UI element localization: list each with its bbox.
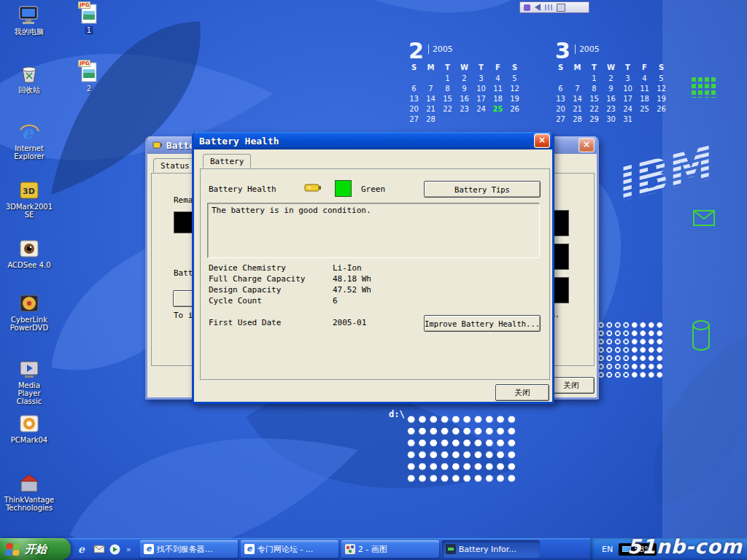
battery-icon: [304, 182, 322, 195]
mail-quicklaunch-icon[interactable]: [93, 543, 105, 556]
dot-pattern-decoration: [406, 413, 517, 484]
field-value: 47.52 Wh: [333, 285, 371, 295]
taskbar-button-forum-page[interactable]: e 专门网论坛 - ...: [241, 540, 338, 558]
calendar-day: 10: [473, 85, 489, 95]
calendar-day: 3: [473, 74, 489, 85]
calendar-day: [636, 115, 653, 125]
task-label: 2 - 画图: [358, 544, 387, 555]
icon-label: 回收站: [18, 86, 40, 94]
calendar-day: 12: [506, 85, 523, 95]
desktop-icon-powerdvd[interactable]: CyberLink PowerDVD: [6, 292, 53, 332]
start-button[interactable]: 开始: [0, 538, 71, 560]
field-label: Design Capacity: [209, 285, 281, 295]
calendar-day: 15: [439, 95, 456, 105]
calendar-day: 18: [636, 95, 653, 105]
calendar-day: 6: [552, 85, 569, 95]
ie-icon: e: [144, 544, 154, 554]
calendar-day: 15: [586, 95, 603, 105]
calendar-day-header: T: [439, 63, 456, 74]
close-dialog-button[interactable]: 关闭: [495, 384, 549, 401]
envelope-icon: [693, 210, 715, 229]
field-label: Full Charge Capacity: [209, 274, 305, 284]
calendar-day: 11: [636, 85, 653, 95]
calendar-february: 2 2005 SMTWTFS12345678910111213141516171…: [406, 41, 528, 125]
taskbar-button-battery-information[interactable]: Battery Infor...: [442, 540, 540, 558]
calendar-day: 13: [406, 95, 422, 105]
calendar-day-header: M: [569, 63, 586, 74]
pcmark-icon: [19, 413, 39, 435]
desktop-icon-internet-explorer[interactable]: e Internet Explorer: [6, 121, 53, 160]
osd-toolbar[interactable]: [519, 1, 589, 13]
tab-status[interactable]: Status: [153, 158, 197, 173]
calendar-month: 2: [409, 41, 424, 61]
calendar-day-header: F: [636, 63, 653, 74]
icon-label: 3DMark2001 SE: [6, 203, 53, 219]
desktop-icon-thinkvantage[interactable]: ThinkVantage Technologies: [6, 472, 53, 512]
calendar-day: 23: [603, 105, 619, 115]
quicklaunch-overflow-chevron[interactable]: »: [125, 545, 133, 554]
desktop-icon-recycle-bin[interactable]: 回收站: [6, 63, 53, 94]
calendar-day: [653, 115, 670, 125]
desktop-icon-my-computer[interactable]: 我的电脑: [6, 4, 53, 36]
calendar-day: 20: [406, 105, 422, 115]
tab-battery[interactable]: Battery: [203, 154, 251, 168]
icon-label: Media Player Classic: [6, 381, 53, 405]
calendar-day: 7: [422, 85, 439, 95]
field-label: Cycle Count: [209, 296, 262, 306]
icon-label: 我的电脑: [15, 28, 44, 36]
icon-label: Internet Explorer: [6, 144, 53, 160]
desktop-icon-media-player-classic[interactable]: Media Player Classic: [6, 358, 53, 405]
3dmark-icon: 3D: [19, 179, 39, 201]
calendar-day: 16: [456, 95, 473, 105]
icon-label: ACDSee 4.0: [7, 261, 50, 269]
speaker-icon: [535, 4, 541, 11]
calendar-day-header: T: [619, 63, 636, 74]
calendar-day: 26: [653, 105, 670, 115]
media-quicklaunch-icon[interactable]: [109, 543, 121, 556]
calendar-day: [506, 115, 523, 125]
taskbar-button-paint[interactable]: 2 - 画图: [341, 540, 439, 558]
calendar-day: 14: [569, 95, 586, 105]
calendar-day: [422, 74, 439, 85]
volume-bars-icon: [545, 4, 552, 10]
desktop-file-jpg-2[interactable]: JPG 2: [70, 61, 108, 93]
calendar-day-header: T: [586, 63, 603, 74]
health-status-indicator: [335, 180, 352, 197]
jpg-badge: JPG: [78, 60, 90, 67]
taskbar-button-server-page[interactable]: e 找不到服务器...: [140, 540, 238, 558]
calendar-day: 5: [653, 74, 670, 85]
ie-quicklaunch-icon[interactable]: e: [77, 543, 89, 556]
calendar-day: 12: [653, 85, 670, 95]
battery-tips-button[interactable]: Battery Tips: [424, 181, 541, 198]
calendar-day-header: W: [456, 63, 473, 74]
calendar-day: 1: [439, 74, 456, 85]
battery-tab-page: Battery Health Green Battery Tips The ba…: [200, 168, 550, 380]
calendar-day-header: S: [653, 63, 670, 74]
close-button[interactable]: ×: [534, 133, 550, 148]
field-label: Device Chemistry: [209, 263, 286, 273]
ie-icon: e: [244, 544, 255, 554]
calendar-day: [406, 74, 422, 85]
battery-icon: [446, 544, 456, 554]
language-indicator[interactable]: EN: [602, 545, 613, 554]
calendar-day: 19: [653, 95, 670, 105]
calendar-grid: SMTWTFS123456789101112131415161718192021…: [552, 63, 675, 125]
desktop-icon-acdsee[interactable]: ACDSee 4.0: [6, 238, 53, 269]
calendar-day: 20: [552, 105, 569, 115]
desktop-file-jpg-1[interactable]: JPG 1: [70, 3, 108, 34]
titlebar[interactable]: Battery Health ×: [194, 132, 552, 149]
improve-battery-health-button[interactable]: Improve Battery Health...: [424, 315, 541, 332]
media-player-icon: [19, 358, 39, 380]
desktop-icon-3dmark2001[interactable]: 3D 3DMark2001 SE: [6, 179, 53, 219]
calendar-day: 17: [473, 95, 489, 105]
close-dialog-button[interactable]: 关闭: [548, 377, 595, 394]
jpg-badge: JPG: [78, 1, 90, 9]
calendar-day: 16: [603, 95, 619, 105]
health-status-text: Green: [361, 184, 385, 194]
calendar-day: 21: [422, 105, 439, 115]
desktop-icon-pcmark04[interactable]: PCMark04: [6, 413, 53, 444]
calendar-header: 3 2005: [552, 41, 675, 61]
thinkvantage-icon: [19, 472, 39, 494]
close-button[interactable]: ×: [578, 138, 595, 152]
calendar-day: 25: [636, 105, 653, 115]
